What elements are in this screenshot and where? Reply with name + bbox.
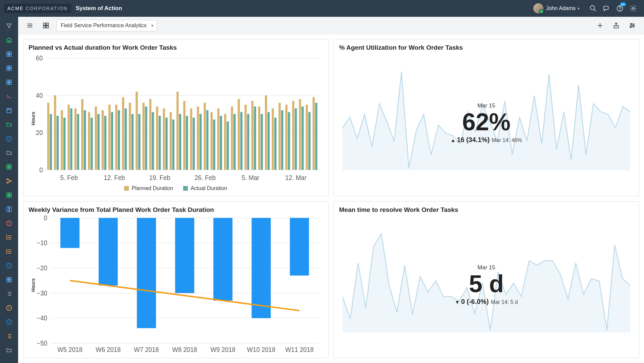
- svg-rect-10: [7, 66, 9, 68]
- card-mttr: Mean time to resolve Work Order Tasks Ma…: [333, 201, 639, 359]
- alert-icon[interactable]: [3, 218, 15, 229]
- svg-rect-142: [206, 110, 208, 170]
- list-icon[interactable]: [3, 246, 15, 257]
- filter-icon[interactable]: [3, 20, 15, 32]
- left-nav-rail: [0, 17, 18, 363]
- avatar[interactable]: [533, 3, 543, 13]
- svg-rect-154: [247, 114, 249, 170]
- list-icon[interactable]: [3, 232, 15, 243]
- svg-point-45: [7, 239, 7, 239]
- svg-rect-163: [278, 103, 280, 170]
- legend-item: Actual Duration: [183, 185, 227, 191]
- grid-icon[interactable]: [3, 48, 15, 60]
- svg-rect-109: [95, 106, 97, 170]
- prompt-icon[interactable]: [3, 91, 15, 102]
- help-badge-dot: •••: [620, 2, 626, 6]
- folder-icon[interactable]: [3, 119, 15, 130]
- svg-rect-150: [233, 114, 235, 170]
- svg-rect-126: [152, 112, 154, 170]
- svg-point-0: [590, 6, 595, 10]
- stat-value: 62%: [450, 110, 522, 134]
- svg-rect-124: [145, 106, 147, 170]
- info-icon[interactable]: [3, 302, 15, 314]
- svg-rect-199: [290, 218, 309, 275]
- stat-delta: 0 (-6.0%)Mar 14: 5 d: [455, 298, 518, 306]
- calendar-icon[interactable]: [3, 105, 15, 116]
- svg-rect-118: [125, 108, 127, 170]
- user-menu-caret-icon[interactable]: ▾: [578, 6, 580, 11]
- layout-icon[interactable]: [40, 20, 52, 31]
- svg-rect-116: [118, 110, 120, 170]
- svg-text:12. Feb: 12. Feb: [104, 174, 125, 181]
- home-icon[interactable]: [3, 34, 15, 46]
- folder-icon[interactable]: [3, 147, 15, 158]
- svg-rect-33: [7, 193, 9, 195]
- svg-rect-194: [99, 218, 118, 285]
- alert-icon[interactable]: [3, 133, 15, 144]
- svg-rect-117: [122, 97, 124, 170]
- svg-rect-36: [9, 195, 11, 197]
- y-axis-label: Hours: [31, 278, 36, 292]
- svg-rect-139: [197, 106, 199, 170]
- svg-rect-11: [9, 66, 11, 68]
- sliders-icon[interactable]: [627, 20, 638, 31]
- svg-text:W11 2018: W11 2018: [285, 346, 314, 353]
- svg-rect-130: [165, 118, 167, 170]
- svg-rect-113: [108, 105, 110, 170]
- chart-legend: Planned Duration Actual Duration: [29, 184, 323, 193]
- top-banner: ACME CORPORATION System of Action John A…: [0, 0, 644, 17]
- svg-rect-197: [213, 218, 232, 300]
- svg-rect-157: [258, 106, 260, 170]
- svg-rect-134: [179, 114, 181, 170]
- grid-icon[interactable]: [3, 161, 15, 173]
- list-icon[interactable]: [3, 330, 15, 342]
- gear-icon[interactable]: [627, 2, 640, 15]
- svg-text:40: 40: [36, 92, 43, 99]
- svg-text:W9 2018: W9 2018: [210, 346, 235, 353]
- svg-rect-159: [265, 95, 267, 170]
- svg-rect-169: [299, 99, 301, 170]
- help-icon[interactable]: •••: [613, 2, 627, 15]
- svg-rect-137: [190, 108, 192, 170]
- svg-text:19. Feb: 19. Feb: [149, 174, 170, 181]
- svg-rect-14: [7, 80, 9, 82]
- username[interactable]: John Adams: [546, 5, 576, 11]
- svg-text:26. Feb: 26. Feb: [195, 174, 216, 181]
- list-icon[interactable]: [3, 288, 15, 300]
- share-icon[interactable]: [610, 20, 622, 31]
- svg-rect-165: [285, 105, 287, 170]
- svg-rect-56: [9, 277, 11, 279]
- svg-rect-27: [9, 165, 11, 167]
- book-icon[interactable]: [3, 203, 15, 215]
- svg-text:5. Feb: 5. Feb: [60, 174, 78, 181]
- grid-icon[interactable]: [3, 77, 15, 88]
- add-icon[interactable]: [594, 20, 606, 31]
- search-icon[interactable]: [586, 2, 600, 15]
- folder-icon[interactable]: [3, 345, 15, 356]
- svg-rect-115: [115, 105, 117, 170]
- svg-rect-96: [50, 114, 52, 170]
- dashboard-grid: Planned vs Actual duration for Work Orde…: [18, 34, 644, 363]
- svg-rect-105: [81, 99, 83, 170]
- svg-rect-149: [231, 106, 233, 170]
- svg-rect-172: [308, 112, 310, 170]
- info-icon[interactable]: [3, 316, 15, 328]
- grid-icon[interactable]: [3, 274, 15, 285]
- hamburger-icon[interactable]: [24, 20, 36, 31]
- chat-icon[interactable]: [600, 2, 613, 15]
- svg-rect-75: [46, 23, 48, 25]
- svg-point-4: [620, 10, 620, 10]
- svg-rect-158: [261, 114, 263, 170]
- svg-rect-112: [104, 116, 106, 170]
- svg-text:W7 2018: W7 2018: [134, 346, 159, 353]
- info-icon[interactable]: [3, 260, 15, 271]
- svg-rect-195: [137, 218, 156, 328]
- hierarchy-icon[interactable]: [3, 175, 15, 187]
- svg-text:−40: −40: [37, 314, 47, 321]
- svg-rect-171: [306, 105, 308, 170]
- stat-date: Mar 15: [455, 264, 518, 271]
- svg-point-86: [630, 26, 632, 28]
- grid-icon[interactable]: [3, 62, 15, 74]
- grid-icon[interactable]: [3, 189, 15, 201]
- dashboard-selector[interactable]: Field Service Performance Analytics: [56, 20, 157, 31]
